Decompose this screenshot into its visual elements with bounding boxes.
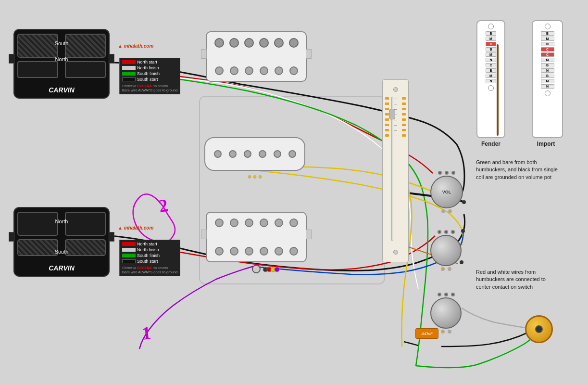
top-humbucker-brand-label: CARVIN xyxy=(14,86,109,94)
tone-pot-1-area xyxy=(430,230,462,271)
center-bottom-humbucker xyxy=(206,212,307,262)
top-humbucker-pickup: South North CARVIN xyxy=(13,29,110,99)
legend-top-white: North finish xyxy=(137,65,159,70)
fender-diagram: B M C B M N C B M N xyxy=(476,20,505,138)
color-legend-bottom: North start North finish South finish So… xyxy=(119,240,180,276)
top-humbucker-south-label: South xyxy=(14,40,109,46)
legend-bottom-white: North finish xyxy=(137,247,159,252)
logo-text-top: inhalath.com xyxy=(124,43,154,49)
legend-bottom-red: North start xyxy=(137,242,157,246)
fender-brown-stripe xyxy=(497,44,499,136)
vol-label: VOL xyxy=(442,190,451,194)
capacitor: .047uF xyxy=(415,328,438,339)
legend-top-green: South finish xyxy=(137,71,160,76)
logo-top: ▲ inhalath.com xyxy=(118,43,153,49)
red-white-annotation: Red and white wires from humbuckers are … xyxy=(476,269,558,291)
legend-top-black: South start xyxy=(137,77,158,82)
logo-bottom: ▲ inhalath.com xyxy=(118,225,153,231)
vol-pot-area: VOL xyxy=(430,171,463,213)
fender-label: Fender xyxy=(476,141,505,147)
svg-point-2 xyxy=(461,229,465,233)
bottom-humbucker-brand-label: CARVIN xyxy=(14,264,109,272)
grounding-annotation: Green and bare from both humbuckers, and… xyxy=(476,159,558,181)
cap-value-label: .047uF xyxy=(421,332,433,336)
center-top-humbucker xyxy=(206,31,307,82)
legend-top-red: North start xyxy=(137,60,157,64)
logo-text-bottom: inhalath.com xyxy=(124,225,154,231)
legend-bottom-bare: Оплетка ВСЕГДА на земло Bare wire ALWAYS… xyxy=(122,266,177,274)
diagram-container: South North CARVIN xyxy=(0,0,588,385)
output-jack xyxy=(525,315,553,343)
import-diagram: B M N C C M B N B M N xyxy=(532,20,563,138)
import-label: Import xyxy=(530,141,562,147)
bottom-humbucker-south-label: South xyxy=(14,249,109,255)
five-way-switch: — — — — — xyxy=(382,79,409,262)
tone-pot-2-area xyxy=(430,293,462,334)
legend-bottom-black: South start xyxy=(137,259,158,264)
legend-bottom-green: South finish xyxy=(137,253,160,258)
middle-single-coil xyxy=(204,137,305,171)
color-legend-top: North start North finish South finish So… xyxy=(119,58,180,94)
svg-point-7 xyxy=(275,267,279,272)
bottom-humbucker-pickup: North South CARVIN xyxy=(13,207,110,277)
top-humbucker-north-label: North xyxy=(14,56,109,62)
legend-top-bare: Оплетка ВСЕГДА на земло Bare wire ALWAYS… xyxy=(122,84,177,92)
number-1-annotation: 1 xyxy=(141,322,152,344)
bottom-humbucker-north-label: North xyxy=(14,218,109,224)
